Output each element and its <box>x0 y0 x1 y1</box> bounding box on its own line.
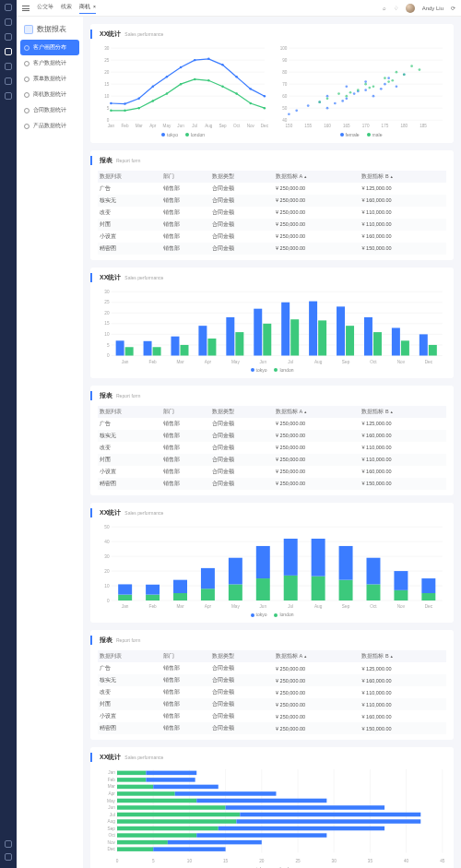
sidebar-item[interactable]: 票单数据统计 <box>17 71 83 87</box>
svg-point-41 <box>152 100 154 101</box>
svg-text:90: 90 <box>282 58 288 63</box>
table-row[interactable]: 广告销售部合同金额¥ 250,000.00¥ 125,000.00 <box>98 418 446 430</box>
rail-settings-icon[interactable] <box>5 840 12 848</box>
svg-text:Dec: Dec <box>261 124 268 128</box>
menu-icon[interactable] <box>22 6 30 11</box>
table-row[interactable]: 改变销售部合同金额¥ 250,000.00¥ 110,000.00 <box>98 686 446 698</box>
svg-rect-174 <box>146 594 160 600</box>
column-header[interactable]: 数据指标 B▲ <box>360 406 446 418</box>
svg-text:160: 160 <box>324 124 331 128</box>
table-row[interactable]: 封面销售部合同金额¥ 250,000.00¥ 110,000.00 <box>98 698 446 710</box>
report-table: 数据列表部门数据类型数据指标 A▲数据指标 B▲广告销售部合同金额¥ 250,0… <box>98 650 446 734</box>
svg-rect-187 <box>256 545 270 577</box>
rail-item[interactable] <box>5 48 12 55</box>
column-header[interactable]: 数据指标 A▲ <box>274 406 360 418</box>
svg-rect-144 <box>309 301 317 355</box>
svg-text:Oct: Oct <box>370 604 377 609</box>
table-row[interactable]: 广告销售部合同金额¥ 250,000.00¥ 125,000.00 <box>98 662 446 674</box>
svg-text:Sep: Sep <box>219 124 227 128</box>
table-row[interactable]: 小设置销售部合同金额¥ 250,000.00¥ 160,000.00 <box>98 466 446 478</box>
refresh-icon[interactable]: ⟳ <box>451 5 455 11</box>
column-header[interactable]: 数据指标 B▲ <box>360 650 446 662</box>
card-subtitle: Sales performance <box>124 510 163 516</box>
column-header[interactable]: 数据指标 B▲ <box>360 171 446 183</box>
svg-rect-195 <box>339 579 353 600</box>
svg-text:Nov: Nov <box>107 840 115 845</box>
table-row[interactable]: 小设置销售部合同金额¥ 250,000.00¥ 160,000.00 <box>98 710 446 722</box>
sidebar-item[interactable]: 产品数据统计 <box>17 118 83 134</box>
svg-text:30: 30 <box>332 859 337 863</box>
crumb[interactable]: 商机× <box>79 3 96 14</box>
svg-text:Mar: Mar <box>176 604 184 609</box>
table-row[interactable]: 广告销售部合同金额¥ 250,000.00¥ 125,000.00 <box>98 183 446 195</box>
column-header[interactable]: 部门 <box>161 650 211 662</box>
column-header[interactable]: 数据类型 <box>210 650 274 662</box>
column-header[interactable]: 部门 <box>161 406 211 418</box>
stat-card-3: XX统计Sales performance 01020304050JanFebM… <box>90 503 454 624</box>
svg-rect-205 <box>421 578 435 593</box>
svg-text:Oct: Oct <box>370 359 377 363</box>
svg-rect-184 <box>229 557 242 584</box>
svg-point-26 <box>110 102 112 104</box>
rail-help-icon[interactable] <box>5 853 12 861</box>
search-icon[interactable]: ⌕ <box>383 6 386 11</box>
column-header[interactable]: 数据列表 <box>98 406 161 418</box>
close-icon[interactable]: × <box>93 4 96 9</box>
column-header[interactable]: 数据类型 <box>210 406 274 418</box>
svg-point-99 <box>384 77 386 79</box>
column-header[interactable]: 数据列表 <box>98 171 161 183</box>
column-header[interactable]: 数据指标 A▲ <box>274 171 360 183</box>
table-row[interactable]: 核实无销售部合同金额¥ 250,000.00¥ 160,000.00 <box>98 195 446 207</box>
card-subtitle: Sales performance <box>124 275 163 280</box>
card-title: XX统计 <box>96 753 121 762</box>
svg-text:Jul: Jul <box>288 359 293 363</box>
svg-point-86 <box>387 77 390 79</box>
svg-text:Apr: Apr <box>205 604 212 609</box>
table-row[interactable]: 改变销售部合同金额¥ 250,000.00¥ 110,000.00 <box>98 442 446 454</box>
column-header[interactable]: 数据指标 A▲ <box>274 650 360 662</box>
svg-text:20: 20 <box>104 70 110 75</box>
table-row[interactable]: 封面销售部合同金额¥ 250,000.00¥ 110,000.00 <box>98 219 446 231</box>
svg-text:10: 10 <box>104 331 110 336</box>
column-header[interactable]: 数据列表 <box>98 650 161 662</box>
table-row[interactable]: 核实无销售部合同金额¥ 250,000.00¥ 160,000.00 <box>98 430 446 442</box>
svg-text:50: 50 <box>282 106 288 111</box>
sidebar-item[interactable]: 商机数据统计 <box>17 87 83 102</box>
rail-item[interactable] <box>5 77 12 85</box>
table-row[interactable]: 精密图销售部合同金额¥ 250,000.00¥ 150,000.00 <box>98 243 446 255</box>
table-row[interactable]: 封面销售部合同金额¥ 250,000.00¥ 110,000.00 <box>98 454 446 466</box>
svg-rect-135 <box>226 316 234 355</box>
svg-point-35 <box>235 76 237 77</box>
rail-item[interactable] <box>5 18 12 26</box>
table-row[interactable]: 核实无销售部合同金额¥ 250,000.00¥ 160,000.00 <box>98 674 446 686</box>
column-header[interactable]: 部门 <box>161 171 211 183</box>
svg-text:20: 20 <box>259 859 265 863</box>
rail-item[interactable] <box>5 4 12 11</box>
sidebar-item[interactable]: 合同数据统计 <box>17 102 83 118</box>
sidebar-item[interactable]: 客户画图分布 <box>20 40 79 55</box>
svg-rect-153 <box>392 327 400 355</box>
rail-item[interactable] <box>5 63 12 70</box>
bell-icon[interactable]: ♢ <box>394 5 398 11</box>
svg-point-31 <box>180 66 182 68</box>
crumb[interactable]: 公交等 <box>37 3 53 14</box>
table-row[interactable]: 改变销售部合同金额¥ 250,000.00¥ 110,000.00 <box>98 207 446 219</box>
avatar[interactable] <box>406 4 415 13</box>
svg-rect-157 <box>429 344 437 355</box>
table-row[interactable]: 小设置销售部合同金额¥ 250,000.00¥ 160,000.00 <box>98 231 446 243</box>
svg-text:Aug: Aug <box>205 124 213 128</box>
svg-rect-132 <box>198 326 207 355</box>
crumb[interactable]: 线索 <box>61 3 72 14</box>
rail-item[interactable] <box>5 33 12 41</box>
sidebar-item[interactable]: 客户数据统计 <box>17 55 83 71</box>
svg-text:May: May <box>231 359 241 363</box>
svg-text:50: 50 <box>104 524 110 529</box>
table-row[interactable]: 精密图销售部合同金额¥ 250,000.00¥ 150,000.00 <box>98 722 446 734</box>
table-row[interactable]: 精密图销售部合同金额¥ 250,000.00¥ 150,000.00 <box>98 478 446 490</box>
stat-card-2: XX统计Sales performance 051015202530JanFeb… <box>90 268 454 378</box>
svg-rect-239 <box>117 799 196 803</box>
rail-item[interactable] <box>5 92 12 100</box>
svg-rect-172 <box>118 584 132 594</box>
column-header[interactable]: 数据类型 <box>210 171 274 183</box>
svg-text:Aug: Aug <box>314 359 323 363</box>
